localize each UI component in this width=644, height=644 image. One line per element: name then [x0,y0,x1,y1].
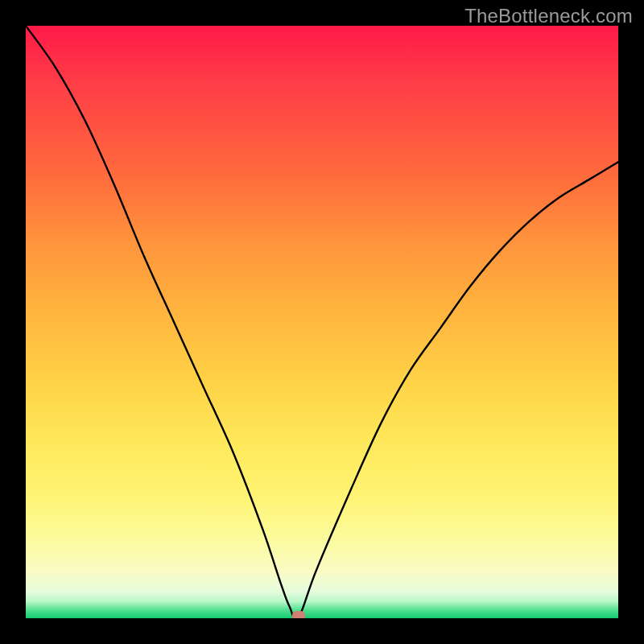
minimum-marker [292,611,305,618]
chart-frame: TheBottleneck.com [0,0,644,644]
watermark-text: TheBottleneck.com [464,5,633,27]
plot-area [26,26,618,618]
bottleneck-curve [26,26,618,618]
